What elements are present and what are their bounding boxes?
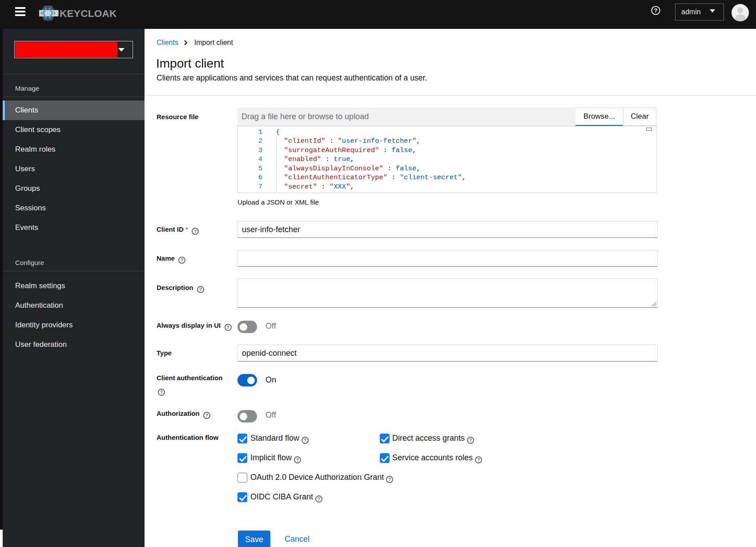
svg-text:KEYCLOAK: KEYCLOAK [60,8,117,19]
svg-text:?: ? [654,7,658,14]
